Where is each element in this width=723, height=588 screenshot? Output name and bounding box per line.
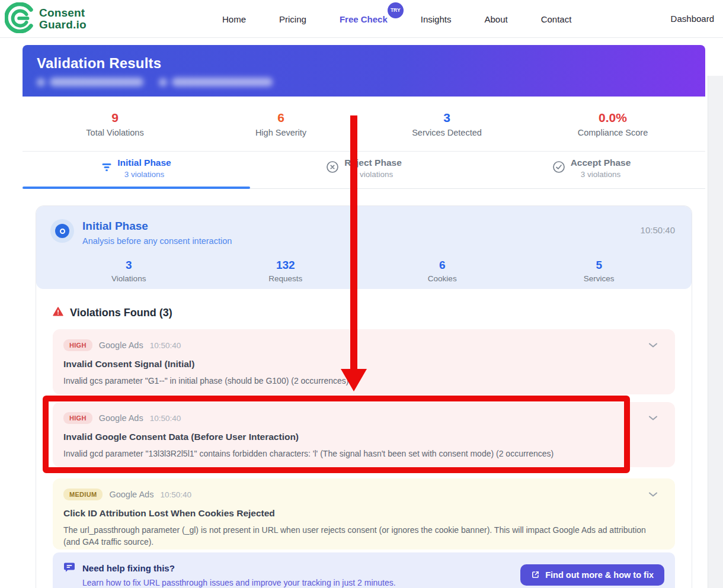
violation-time: 10:50:40 (150, 341, 181, 350)
redacted-date (159, 78, 273, 86)
active-tab-indicator (23, 187, 250, 189)
tab-accept-phase[interactable]: Accept Phase 3 violations (478, 152, 705, 188)
stat-compliance-score: 0.0% Compliance Score (530, 111, 696, 137)
nav-item-free-check[interactable]: Free Check TRY (340, 14, 388, 24)
calendar-icon (159, 78, 167, 86)
violation-service: Google Ads (109, 490, 153, 499)
stat-total-violations: 9 Total Violations (32, 111, 198, 137)
brand-name: Consent Guard.io (39, 7, 87, 31)
phase-stat-violations: 3Violations (50, 259, 207, 283)
phase-tabs: Initial Phase 3 violations Reject Phase … (23, 152, 705, 189)
violation-card-highlighted[interactable]: HIGH Google Ads 10:50:40 Invalid Google … (53, 402, 675, 467)
phase-stat-services: 5Services (521, 259, 678, 283)
tab-content: Initial Phase Analysis before any consen… (23, 189, 705, 588)
violation-description: Invalid gcs parameter "G1--" in initial … (63, 375, 650, 387)
violation-title: Invalid Google Consent Data (Before User… (63, 432, 664, 442)
severity-badge: HIGH (63, 412, 92, 424)
help-title: Need help fixing this? (82, 563, 396, 573)
funnel-icon (101, 162, 112, 175)
nav-item-about[interactable]: About (484, 14, 507, 24)
main-nav: Home Pricing Free Check TRY Insights Abo… (222, 0, 571, 38)
help-subtitle: Learn how to fix URL passthrough issues … (82, 578, 396, 587)
nav-item-home[interactable]: Home (222, 14, 246, 24)
find-out-more-button[interactable]: Find out more & how to fix (520, 564, 664, 586)
violations-section: Violations Found (3) HIGH Google Ads 10:… (36, 289, 692, 588)
play-icon (50, 219, 74, 243)
violation-time: 10:50:40 (150, 414, 181, 423)
chevron-down-icon[interactable] (649, 492, 657, 497)
page-body: Validation Results 9 Total Violations 6 (0, 38, 723, 588)
nav-item-pricing[interactable]: Pricing (279, 14, 306, 24)
globe-icon (37, 78, 45, 86)
brand-logo[interactable]: Consent Guard.io (5, 2, 87, 36)
violation-card[interactable]: HIGH Google Ads 10:50:40 Invalid Consent… (53, 329, 675, 394)
circle-check-icon (552, 160, 565, 176)
phase-summary-header: Initial Phase Analysis before any consen… (36, 206, 692, 289)
navbar: Consent Guard.io Home Pricing Free Check… (0, 0, 723, 38)
violation-card[interactable]: MEDIUM Google Ads 10:50:40 Click ID Attr… (53, 478, 675, 550)
violation-title: Invalid Consent Signal (Initial) (63, 359, 664, 369)
phase-stats-row: 3Violations 132Requests 6Cookies 5Servic… (50, 259, 677, 283)
scrollbar[interactable] (708, 76, 723, 588)
chevron-down-icon[interactable] (649, 343, 657, 348)
page-title: Validation Results (37, 55, 161, 72)
stat-services-detected: 3 Services Detected (364, 111, 530, 137)
results-card: Validation Results 9 Total Violations 6 (23, 45, 705, 588)
severity-badge: HIGH (63, 339, 92, 351)
circle-x-icon (326, 160, 339, 176)
nav-item-insights[interactable]: Insights (421, 14, 452, 24)
phase-stat-cookies: 6Cookies (364, 259, 521, 283)
phase-timestamp: 10:50:40 (641, 225, 675, 235)
violation-time: 10:50:40 (160, 490, 191, 499)
consentguard-logo-icon (5, 2, 36, 36)
phase-stat-requests: 132Requests (207, 259, 364, 283)
validation-results-banner: Validation Results (23, 45, 705, 97)
nav-item-dashboard[interactable]: Dashboard (671, 14, 715, 24)
tab-reject-phase[interactable]: Reject Phase 3 violations (250, 152, 478, 188)
nav-item-contact[interactable]: Contact (541, 14, 572, 24)
violations-header: Violations Found (3) (70, 307, 172, 319)
tab-initial-phase[interactable]: Initial Phase 3 violations (23, 152, 250, 188)
redacted-scan-meta (37, 78, 273, 86)
violation-title: Click ID Attribution Lost When Cookies R… (63, 508, 664, 519)
phase-title: Initial Phase (82, 220, 232, 233)
redacted-url (37, 78, 143, 86)
severity-badge: MEDIUM (63, 489, 103, 500)
phase-subtitle: Analysis before any consent interaction (82, 236, 232, 246)
violation-service: Google Ads (99, 340, 143, 350)
violation-description: Invalid gcd parameter "13l3l3R2l5l1" con… (63, 448, 650, 460)
warning-triangle-icon (53, 307, 63, 319)
stat-high-severity: 6 High Severity (198, 111, 364, 137)
chat-bubble-icon (63, 561, 75, 576)
initial-phase-panel: Initial Phase Analysis before any consen… (36, 205, 692, 588)
try-badge: TRY (388, 2, 404, 18)
chevron-down-icon[interactable] (649, 416, 657, 420)
violation-description: The url_passthrough parameter (_gl) is n… (63, 524, 650, 548)
help-callout: Need help fixing this? Learn how to fix … (53, 552, 675, 588)
external-link-icon (531, 570, 540, 579)
violation-service: Google Ads (99, 413, 143, 423)
summary-stats-row: 9 Total Violations 6 High Severity 3 Ser… (23, 97, 705, 152)
